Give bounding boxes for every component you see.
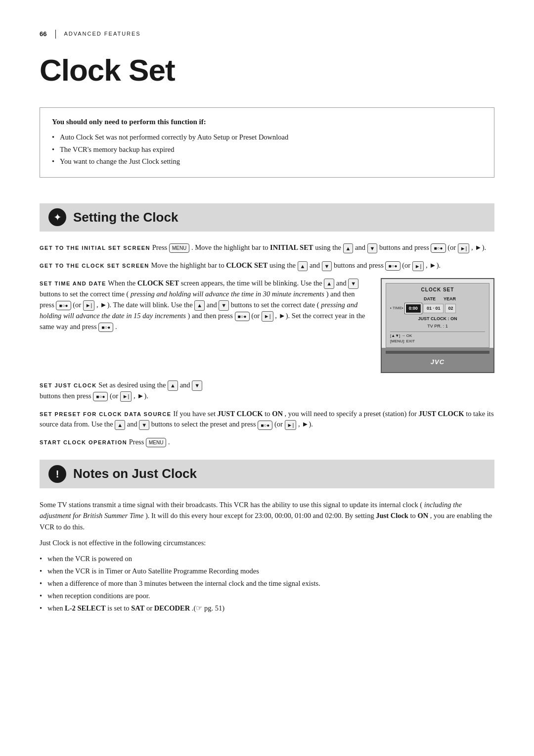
skip-btn-1: ►| — [458, 243, 470, 254]
warning-list: Auto Clock Set was not performed correct… — [52, 132, 482, 166]
step-label-4: Set Just Clock — [40, 382, 97, 388]
warning-box: You should only need to perform this fun… — [40, 107, 494, 178]
step-text-3c: buttons to set the correct time ( — [40, 290, 129, 298]
step-label-6: Start Clock Operation — [40, 439, 127, 445]
skip-btn-6: ►| — [285, 420, 297, 430]
skip-btn-5: ►| — [120, 391, 132, 402]
step-text-4a: Set as desired using the — [98, 381, 168, 389]
step-initial-set: Get to the Initial Set Screen Press MENU… — [40, 242, 494, 253]
step-clock-set: Get to the Clock Set Screen Move the hig… — [40, 260, 494, 271]
clock-set-ref: CLOCK SET — [137, 279, 179, 287]
step-time-date-text: Set Time and Date When the CLOCK SET scr… — [40, 278, 369, 373]
comma-2: , ►). — [426, 261, 441, 269]
vcr-nav-menu: [MENU]: EXIT — [390, 338, 485, 344]
vcr-col-time — [390, 296, 417, 302]
step-text-5c: , you will need to specify a preset (sta… — [285, 410, 419, 418]
vcr-screen-title: CLOCK SET — [390, 286, 485, 294]
step-text-5b: to — [265, 410, 272, 418]
up-arrow-btn-4: ▲ — [194, 300, 205, 311]
ok-btn-6: ■○● — [93, 392, 108, 401]
step-text-2b: using the — [269, 261, 297, 269]
step-and-6: and — [127, 420, 139, 428]
step-text-3b: screen appears, the time will be blinkin… — [181, 279, 324, 287]
vcr-year-value: 02 — [445, 304, 456, 313]
notes-item-5-text-2: is set to — [107, 604, 131, 612]
exclamation-icon: ! — [56, 469, 59, 479]
notes-text-1: Some TV stations transmit a time signal … — [40, 501, 422, 509]
step-preset: Set Preset for Clock Data Source If you … — [40, 409, 494, 430]
section-label: ADVANCED FEATURES — [64, 30, 140, 38]
notes-text-4: to — [410, 512, 418, 520]
vcr-just-clock: JUST CLOCK : ON — [390, 316, 485, 322]
period-1: . — [115, 323, 117, 331]
step-text-3i: (or — [251, 312, 262, 320]
vcr-nav: [▲▼] → OK [MENU]: EXIT — [390, 331, 485, 344]
notes-text-3: 02:00. By setting — [325, 512, 376, 520]
vcr-time-label: ▪ TIME▪ — [390, 305, 403, 311]
step-text-2: Move the highlight bar to — [151, 261, 226, 269]
notes-item-3: when a difference of more than 3 minutes… — [40, 578, 494, 589]
step-text-3e: (or — [73, 301, 83, 309]
vcr-time-value: 0:00 — [405, 303, 422, 314]
warning-title: You should only need to perform this fun… — [52, 117, 482, 128]
step-text-4b: buttons then press — [40, 392, 93, 400]
just-clock-bold: JUST CLOCK — [218, 410, 263, 418]
notes-item-1: when the VCR is powered on — [40, 554, 494, 564]
step-text-4c: (or — [110, 392, 120, 400]
comma-6: , ►). — [298, 420, 313, 428]
clock-set-bold: CLOCK SET — [226, 261, 267, 269]
setting-clock-header: ✦ Setting the Clock — [40, 203, 494, 232]
down-arrow-btn-5: ▼ — [192, 380, 202, 391]
step-time-date-para: Set Time and Date When the CLOCK SET scr… — [40, 278, 369, 332]
step-and-3: and — [336, 279, 349, 287]
exclaim-icon-circle: ! — [48, 465, 66, 483]
vcr-nav-ok: [▲▼] → OK — [390, 333, 485, 339]
period-final: . — [168, 438, 170, 446]
step-text-2c: buttons and press — [334, 261, 385, 269]
skip-btn-3: ►| — [83, 300, 95, 311]
step-and-5: and — [180, 381, 192, 389]
down-arrow-btn-3: ▼ — [348, 279, 358, 289]
step-text-5a: If you have set — [173, 410, 217, 418]
step-just-clock: Set Just Clock Set as desired using the … — [40, 380, 494, 402]
vcr-date-value: 01 · 01 — [423, 304, 444, 313]
up-arrow-btn-6: ▲ — [115, 420, 125, 430]
menu-btn-final: MENU — [146, 438, 166, 447]
notes-item-5-text-1: when — [47, 604, 65, 612]
step-text-3g: buttons to set the correct date ( — [231, 301, 319, 309]
comma-1: , ►). — [471, 243, 486, 251]
step-and-2: and — [310, 261, 322, 269]
vcr-col-year: YEAR — [442, 296, 456, 302]
warning-item-2: The VCR's memory backup has expired — [52, 144, 482, 155]
on-bold: ON — [272, 410, 283, 418]
page: 66 ADVANCED FEATURES Clock Set You shoul… — [0, 0, 534, 756]
step-time-date-container: Set Time and Date When the CLOCK SET scr… — [40, 278, 494, 373]
vcr-screen-container: CLOCK SET DATE YEAR ▪ TIME▪ 0:00 01 · 01 — [381, 278, 494, 373]
down-arrow-btn-1: ▼ — [367, 243, 378, 254]
notes-item-4: when reception conditions are poor. — [40, 591, 494, 601]
vcr-tape-slot — [386, 351, 490, 354]
ok-btn-7: ■○● — [258, 421, 272, 430]
notes-item-2: when the VCR is in Timer or Auto Satelli… — [40, 566, 494, 576]
l2-select-bold: L-2 SELECT — [65, 604, 106, 612]
down-arrow-btn-2: ▼ — [322, 261, 332, 272]
up-arrow-btn-2: ▲ — [298, 261, 308, 272]
notes-intro: Some TV stations transmit a time signal … — [40, 499, 494, 532]
down-arrow-btn-4: ▼ — [219, 300, 229, 311]
notes-header: ! Notes on Just Clock — [40, 460, 494, 488]
star-icon: ✦ — [53, 212, 62, 222]
down-arrow-btn-6: ▼ — [139, 420, 149, 430]
ok-btn-5: ■○● — [98, 323, 113, 332]
step-label-1: Get to the Initial Set Screen — [40, 245, 150, 251]
step-text-1e: (or — [447, 243, 458, 251]
step-label-3: Set Time and Date — [40, 281, 106, 286]
step-text-1b: . Move the highlight bar to — [191, 243, 270, 251]
decoder-bold: DECODER — [154, 604, 190, 612]
step-start-clock: Start Clock Operation Press MENU . — [40, 437, 494, 448]
ok-button-icon-2: ■○● — [385, 261, 400, 271]
sat-bold: SAT — [131, 604, 144, 612]
just-clock-bold-notes: Just Clock — [376, 512, 408, 520]
notes-and-1: and — [313, 512, 325, 520]
notes-item-5-ref: .(☞ pg. 51) — [192, 604, 224, 612]
step-text-2d: (or — [402, 261, 412, 269]
